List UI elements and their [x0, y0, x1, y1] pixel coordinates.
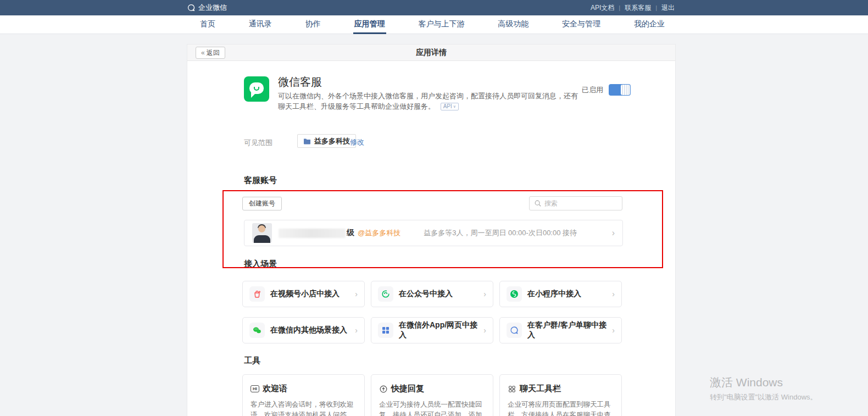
nav-tab-security-management[interactable]: 安全与管理 [561, 15, 602, 34]
tool-description: 企业可为接待人员统一配置快捷回复，接待人员还可自己添加，添加后，接待人员 [379, 400, 485, 416]
watermark-line2: 转到"电脑设置"以激活 Windows。 [710, 392, 817, 402]
separator: | [619, 4, 620, 11]
search-icon [534, 199, 542, 207]
search-box [529, 196, 622, 210]
scene-label: 在公众号中接入 [399, 289, 453, 299]
nav-label: 首页 [200, 19, 215, 29]
scene-label: 在视频号小店中接入 [270, 289, 340, 299]
nav-tab-contacts[interactable]: 通讯录 [248, 15, 273, 34]
scene-card-miniprogram[interactable]: 在小程序中接入 › [499, 281, 622, 307]
api-dropdown-tag[interactable]: API ∨ [441, 103, 459, 110]
back-label: 返回 [207, 48, 220, 58]
chevron-right-icon: › [612, 290, 615, 298]
folder-icon [303, 138, 311, 145]
toggle-knob [621, 85, 630, 95]
visible-range-label: 可见范围 [244, 138, 272, 148]
tool-label: 聊天工具栏 [520, 384, 561, 394]
tool-card-welcome[interactable]: HI 欢迎语 客户进入咨询会话时，将收到欢迎语，欢迎语支持添加机器人问答，添加后… [242, 374, 365, 416]
chevron-right-icon: › [612, 326, 615, 334]
page: 企业微信 API文档 | 联系客服 | 退出 首页 通讯录 协作 应用管理 客户… [0, 0, 868, 416]
enabled-toggle[interactable] [609, 84, 631, 96]
nav-tab-customers[interactable]: 客户与上下游 [417, 15, 465, 34]
section-title-accounts: 客服账号 [244, 175, 277, 186]
nav-label: 我的企业 [634, 19, 665, 29]
scene-label: 在客户群/客户单聊中接入 [527, 320, 607, 340]
main-nav: 首页 通讯录 协作 应用管理 客户与上下游 高级功能 安全与管理 我的企业 [0, 15, 868, 34]
visible-range-scope-tag: 益多多科技 [297, 134, 356, 148]
api-tag-label: API [443, 101, 452, 112]
api-docs-link[interactable]: API文档 [591, 3, 614, 13]
miniprogram-icon [507, 286, 522, 302]
nav-label: 应用管理 [354, 19, 385, 29]
status-label: 已启用 [582, 85, 603, 95]
wecom-logo-icon [187, 3, 196, 12]
wechat-icon [249, 323, 265, 338]
windows-activation-watermark: 激活 Windows 转到"电脑设置"以激活 Windows。 [710, 375, 817, 402]
page-title: 应用详情 [187, 45, 675, 61]
chevron-right-icon: › [355, 326, 358, 334]
scene-card-channels-shop[interactable]: 在视频号小店中接入 › [242, 281, 365, 307]
app-name: 微信客服 [278, 75, 322, 90]
separator: | [655, 4, 657, 11]
section-title-scenes: 接入场景 [244, 259, 277, 269]
topbar-links: API文档 | 联系客服 | 退出 [591, 3, 675, 13]
scope-name: 益多多科技 [314, 136, 350, 146]
search-input[interactable] [544, 199, 610, 207]
app-icon-kf [244, 76, 269, 102]
official-account-icon [378, 286, 393, 302]
nav-tab-app-management[interactable]: 应用管理 [353, 15, 386, 34]
nav-label: 客户与上下游 [418, 19, 464, 29]
brand-label: 企业微信 [198, 3, 227, 13]
scene-grid: 在视频号小店中接入 › 在公众号中接入 › [242, 281, 622, 343]
content-panel: 应用详情 « 返回 微信客服 可以在微信内、外各个场景中接入微信客服，用户发起咨… [187, 44, 676, 416]
chevron-right-icon: › [355, 290, 358, 298]
back-button[interactable]: « 返回 [196, 47, 225, 59]
top-bar: 企业微信 API文档 | 联系客服 | 退出 [0, 0, 868, 15]
tool-card-chat-toolbar[interactable]: 聊天工具栏 企业可将应用页面配置到聊天工具栏，方便接待人员在客服聊天中查看和使用… [499, 374, 622, 416]
tool-label: 快捷回复 [391, 384, 424, 394]
tool-description: 客户进入咨询会话时，将收到欢迎语，欢迎语支持添加机器人问答，添加后将开启 [251, 400, 357, 416]
quick-reply-icon [379, 385, 388, 393]
edit-visible-range-link[interactable]: 修改 [350, 137, 364, 147]
app-status: 已启用 [582, 84, 631, 96]
channels-shop-icon [249, 286, 265, 302]
nav-tab-home[interactable]: 首页 [199, 15, 216, 34]
nav-label: 高级功能 [498, 19, 528, 29]
app-description: 可以在微信内、外各个场景中接入微信客服，用户发起咨询，配置接待人员即可回复消息，… [278, 91, 579, 112]
chevron-right-icon: › [483, 290, 486, 298]
contact-support-link[interactable]: 联系客服 [625, 3, 651, 13]
tool-grid: HI 欢迎语 客户进入咨询会话时，将收到欢迎语，欢迎语支持添加机器人问答，添加后… [242, 374, 622, 416]
nav-label: 通讯录 [249, 19, 272, 29]
account-schedule: 益多多等3人，周一至周日 00:00-次日00:00 接待 [424, 228, 577, 238]
customer-service-account-row[interactable]: 级 @益多多科技 益多多等3人，周一至周日 00:00-次日00:00 接待 › [244, 220, 623, 246]
toolbar-grid-icon [508, 385, 516, 393]
scene-card-official-account[interactable]: 在公众号中接入 › [371, 281, 493, 307]
back-arrows-icon: « [201, 49, 205, 57]
external-app-grid-icon [378, 323, 393, 338]
nav-tab-advanced-features[interactable]: 高级功能 [497, 15, 530, 34]
chevron-right-icon: › [612, 229, 615, 237]
blurred-account-name [279, 229, 346, 238]
tool-label: 欢迎语 [263, 384, 287, 394]
customer-chat-icon [507, 323, 522, 338]
scene-card-external-app[interactable]: 在微信外App/网页中接入 › [371, 317, 493, 343]
nav-tab-my-company[interactable]: 我的企业 [633, 15, 666, 34]
scene-label: 在微信外App/网页中接入 [399, 320, 478, 340]
watermark-line1: 激活 Windows [710, 375, 817, 390]
tool-card-quick-reply[interactable]: 快捷回复 企业可为接待人员统一配置快捷回复，接待人员还可自己添加，添加后，接待人… [371, 374, 493, 416]
brand: 企业微信 [187, 3, 227, 13]
scene-card-customer-chat[interactable]: 在客户群/客户单聊中接入 › [499, 317, 622, 343]
create-account-button[interactable]: 创建账号 [242, 197, 282, 210]
nav-tab-collaboration[interactable]: 协作 [304, 15, 322, 34]
nav-label: 协作 [305, 19, 321, 29]
nav-label: 安全与管理 [562, 19, 600, 29]
scene-label: 在微信内其他场景接入 [270, 325, 347, 335]
page-header: 应用详情 « 返回 [187, 45, 675, 61]
section-title-tools: 工具 [244, 356, 260, 366]
avatar [252, 223, 272, 243]
scene-card-wechat-other[interactable]: 在微信内其他场景接入 › [242, 317, 365, 343]
app-description-text: 可以在微信内、外各个场景中接入微信客服，用户发起咨询，配置接待人员即可回复消息，… [278, 92, 578, 110]
logout-link[interactable]: 退出 [661, 3, 675, 13]
tool-description: 企业可将应用页面配置到聊天工具栏，方便接待人员在客服聊天中查看和使用，提 [508, 400, 614, 416]
account-mention: @益多多科技 [358, 228, 400, 238]
